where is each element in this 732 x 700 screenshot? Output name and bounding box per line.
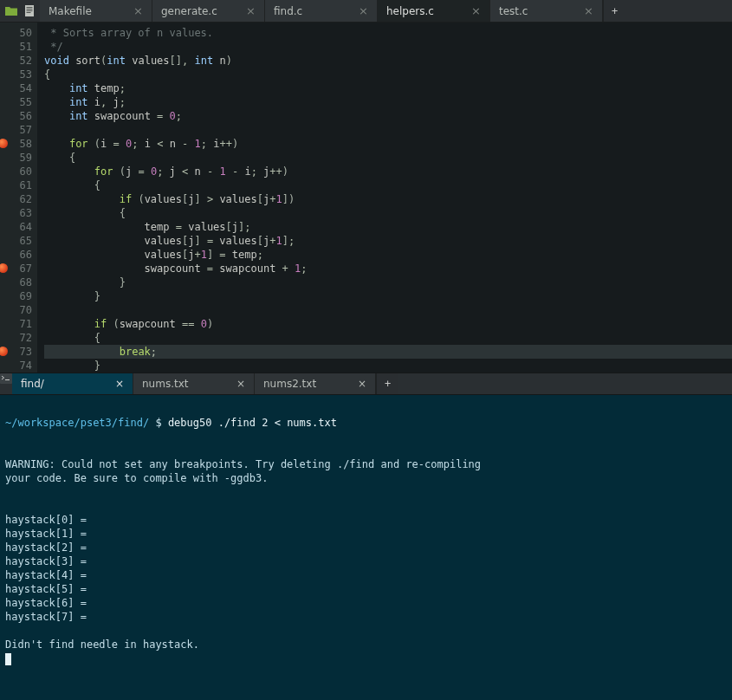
code-line[interactable]: } [44, 275, 732, 289]
code-area[interactable]: * Sorts array of n values. */void sort(i… [37, 23, 732, 373]
prompt-path: ~/workspace/pset3/find/ [5, 417, 149, 429]
svg-rect-4 [27, 12, 31, 13]
editor-tab[interactable]: find.c× [265, 0, 378, 22]
code-line[interactable]: temp = values[j]; [44, 220, 732, 234]
close-icon[interactable]: × [246, 5, 256, 16]
line-number[interactable]: 59 [0, 151, 37, 165]
tab-bar-leading-icons [0, 0, 40, 22]
code-line[interactable]: for (i = 0; i < n - 1; i++) [44, 137, 732, 151]
code-line[interactable]: { [44, 68, 732, 81]
line-number[interactable]: 56 [0, 109, 37, 123]
terminal-cursor [5, 653, 11, 665]
document-icon[interactable] [24, 5, 35, 16]
editor-tab[interactable]: test.c× [490, 0, 603, 22]
tab-label: nums.txt [142, 378, 188, 390]
close-icon[interactable]: × [236, 378, 245, 390]
svg-rect-1 [27, 7, 33, 8]
code-line[interactable]: */ [44, 40, 732, 54]
tab-label: test.c [499, 5, 528, 17]
code-line[interactable]: if (swapcount == 0) [44, 317, 732, 331]
line-number[interactable]: 69 [0, 289, 37, 303]
code-line[interactable]: { [44, 331, 732, 345]
editor-tab-bar: Makefile×generate.c×find.c×helpers.c×tes… [0, 0, 732, 23]
terminal-tab[interactable]: nums2.txt× [255, 373, 376, 394]
close-icon[interactable]: × [115, 378, 124, 390]
code-line[interactable]: } [44, 289, 732, 303]
line-number[interactable]: 53 [0, 68, 37, 81]
close-icon[interactable]: × [359, 5, 368, 16]
tab-label: find.c [274, 5, 302, 17]
line-number[interactable]: 60 [0, 165, 37, 178]
editor-tab[interactable]: helpers.c× [378, 0, 490, 22]
line-number[interactable]: 70 [0, 303, 37, 317]
line-number[interactable]: 63 [0, 206, 37, 220]
code-line[interactable] [44, 123, 732, 137]
code-line[interactable]: int i, j; [44, 95, 732, 109]
line-number[interactable]: 72 [0, 331, 37, 345]
close-icon[interactable]: × [471, 5, 481, 16]
line-number[interactable]: 51 [0, 40, 37, 54]
line-number[interactable]: 54 [0, 81, 37, 95]
tab-label: generate.c [161, 5, 217, 17]
line-number[interactable]: 65 [0, 234, 37, 248]
code-line[interactable]: for (j = 0; j < n - 1 - i; j++) [44, 165, 732, 178]
line-number[interactable]: 61 [0, 178, 37, 192]
code-line[interactable]: { [44, 151, 732, 165]
line-number[interactable]: 62 [0, 192, 37, 206]
code-line[interactable]: values[j+1] = temp; [44, 248, 732, 262]
code-line[interactable]: * Sorts array of n values. [44, 26, 732, 40]
close-icon[interactable]: × [584, 5, 593, 16]
tab-label: Makefile [49, 5, 92, 17]
svg-rect-5 [0, 373, 12, 384]
close-icon[interactable]: × [358, 378, 366, 390]
line-number[interactable]: 68 [0, 275, 37, 289]
tab-label: helpers.c [386, 5, 434, 17]
terminal-tab-bar: find/×nums.txt×nums2.txt× + [0, 373, 732, 395]
line-number-gutter: 5051525354555657585960616263646566676869… [0, 23, 37, 373]
terminal-icon[interactable] [0, 374, 12, 386]
line-number[interactable]: 55 [0, 95, 37, 109]
terminal-command: debug50 ./find 2 < nums.txt [168, 417, 337, 429]
svg-rect-2 [27, 9, 33, 10]
line-number-breakpoint[interactable]: 73 [0, 345, 37, 359]
prompt-symbol: $ [155, 417, 161, 429]
editor-tab[interactable]: Makefile× [40, 0, 152, 22]
terminal-line: ~/workspace/pset3/find/ $ debug50 ./find… [5, 402, 727, 430]
code-line[interactable]: { [44, 178, 732, 192]
new-terminal-tab-button[interactable]: + [376, 373, 398, 394]
code-line[interactable]: int swapcount = 0; [44, 109, 732, 123]
code-line[interactable]: if (values[j] > values[j+1]) [44, 192, 732, 206]
code-line[interactable]: { [44, 206, 732, 220]
code-line[interactable] [44, 303, 732, 317]
line-number[interactable]: 64 [0, 220, 37, 234]
code-editor[interactable]: 5051525354555657585960616263646566676869… [0, 23, 732, 373]
line-number[interactable]: 71 [0, 317, 37, 331]
line-number[interactable]: 66 [0, 248, 37, 262]
svg-rect-6 [5, 379, 10, 380]
plus-icon: + [385, 378, 391, 390]
terminal-panel[interactable]: ~/workspace/pset3/find/ $ debug50 ./find… [0, 395, 732, 700]
tab-label: find/ [21, 378, 44, 390]
code-line[interactable]: void sort(int values[], int n) [44, 54, 732, 68]
code-line[interactable]: } [44, 359, 732, 373]
terminal-tab[interactable]: find/× [12, 373, 133, 394]
terminal-tab[interactable]: nums.txt× [133, 373, 255, 394]
line-number-breakpoint[interactable]: 58 [0, 137, 37, 151]
svg-rect-3 [27, 10, 33, 11]
line-number[interactable]: 50 [0, 26, 37, 40]
code-line[interactable]: break; [44, 345, 732, 359]
new-tab-button[interactable]: + [603, 0, 625, 22]
plus-icon: + [612, 5, 618, 17]
line-number[interactable]: 57 [0, 123, 37, 137]
terminal-output: WARNING: Could not set any breakpoints. … [5, 430, 727, 651]
editor-tab[interactable]: generate.c× [152, 0, 265, 22]
line-number-breakpoint[interactable]: 67 [0, 262, 37, 275]
folder-icon[interactable] [5, 6, 17, 16]
terminal-leading-icons [0, 373, 12, 394]
code-line[interactable]: int temp; [44, 81, 732, 95]
line-number[interactable]: 74 [0, 359, 37, 373]
code-line[interactable]: swapcount = swapcount + 1; [44, 262, 732, 275]
code-line[interactable]: values[j] = values[j+1]; [44, 234, 732, 248]
line-number[interactable]: 52 [0, 54, 37, 68]
close-icon[interactable]: × [133, 5, 143, 16]
